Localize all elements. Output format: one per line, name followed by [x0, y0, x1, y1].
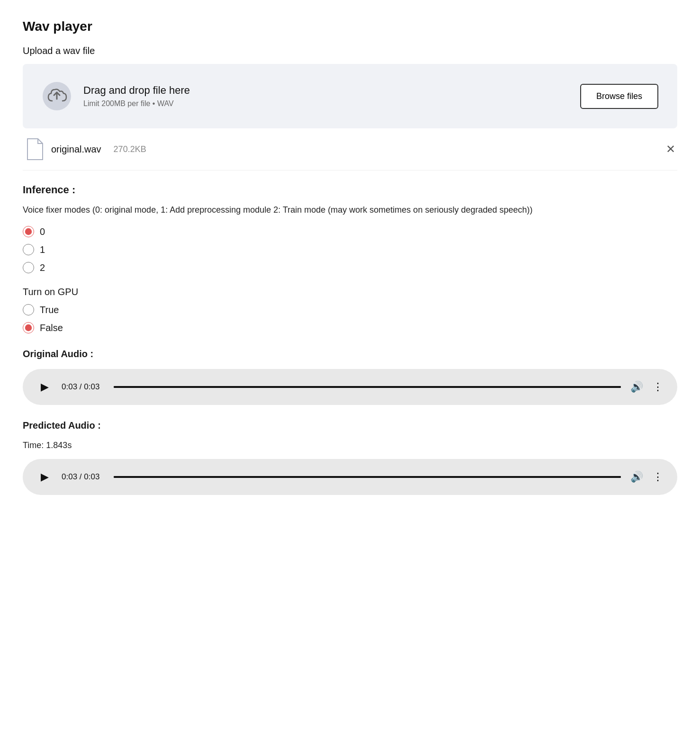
file-size: 270.2KB	[114, 144, 146, 154]
mode-option-1[interactable]: 1	[23, 244, 677, 255]
browse-files-button[interactable]: Browse files	[580, 84, 658, 109]
gpu-radio-group: True False	[23, 304, 677, 333]
remove-file-button[interactable]: ✕	[666, 144, 675, 155]
mode-radio-1[interactable]	[23, 244, 34, 255]
predicted-audio-section: Predicted Audio : Time: 1.843s ▶ 0:03 / …	[23, 420, 677, 495]
gpu-option-true[interactable]: True	[23, 304, 677, 315]
mode-radio-0[interactable]	[23, 226, 34, 237]
original-progress-bar[interactable]	[114, 386, 621, 388]
original-audio-player[interactable]: ▶ 0:03 / 0:03 🔊 ⋮	[23, 369, 677, 405]
predicted-progress-fill	[114, 476, 621, 478]
original-audio-title: Original Audio :	[23, 349, 677, 360]
uploaded-file-item: original.wav 270.2KB ✕	[23, 128, 677, 171]
mode-radio-group: 0 1 2	[23, 226, 677, 273]
drag-drop-text: Drag and drop file here	[83, 84, 190, 97]
predicted-progress-bar[interactable]	[114, 476, 621, 478]
upload-left: Drag and drop file here Limit 200MB per …	[42, 81, 190, 111]
voice-fixer-description: Voice fixer modes (0: original mode, 1: …	[23, 204, 677, 216]
upload-limit-text: Limit 200MB per file • WAV	[83, 99, 190, 108]
inference-section: Inference : Voice fixer modes (0: origin…	[23, 184, 677, 495]
gpu-label: Turn on GPU	[23, 287, 677, 297]
gpu-radio-true[interactable]	[23, 304, 34, 315]
mode-label-2: 2	[40, 262, 45, 273]
page-title: Wav player	[23, 19, 677, 34]
upload-section-label: Upload a wav file	[23, 45, 677, 56]
mode-label-1: 1	[40, 244, 45, 255]
original-more-icon[interactable]: ⋮	[653, 381, 663, 393]
upload-text-block: Drag and drop file here Limit 200MB per …	[83, 84, 190, 108]
mode-option-2[interactable]: 2	[23, 262, 677, 273]
mode-radio-2[interactable]	[23, 262, 34, 273]
mode-option-0[interactable]: 0	[23, 226, 677, 237]
file-name: original.wav	[51, 144, 101, 155]
original-audio-section: Original Audio : ▶ 0:03 / 0:03 🔊 ⋮	[23, 349, 677, 405]
upload-cloud-icon	[42, 81, 72, 111]
original-play-button[interactable]: ▶	[37, 379, 52, 395]
gpu-label-true: True	[40, 305, 59, 315]
gpu-section: Turn on GPU True False	[23, 287, 677, 333]
mode-label-0: 0	[40, 226, 45, 237]
predicted-audio-title: Predicted Audio :	[23, 420, 677, 431]
predicted-audio-player[interactable]: ▶ 0:03 / 0:03 🔊 ⋮	[23, 459, 677, 495]
original-time-display: 0:03 / 0:03	[62, 382, 104, 392]
predicted-time-info: Time: 1.843s	[23, 440, 677, 450]
gpu-label-false: False	[40, 323, 63, 333]
gpu-radio-false[interactable]	[23, 322, 34, 333]
original-progress-fill	[114, 386, 621, 388]
predicted-play-button[interactable]: ▶	[37, 469, 52, 485]
file-icon	[25, 138, 44, 161]
inference-title: Inference :	[23, 184, 677, 196]
predicted-more-icon[interactable]: ⋮	[653, 471, 663, 483]
original-volume-icon[interactable]: 🔊	[630, 381, 643, 393]
upload-dropzone[interactable]: Drag and drop file here Limit 200MB per …	[23, 64, 677, 128]
gpu-option-false[interactable]: False	[23, 322, 677, 333]
predicted-time-display: 0:03 / 0:03	[62, 472, 104, 482]
predicted-volume-icon[interactable]: 🔊	[630, 471, 643, 483]
